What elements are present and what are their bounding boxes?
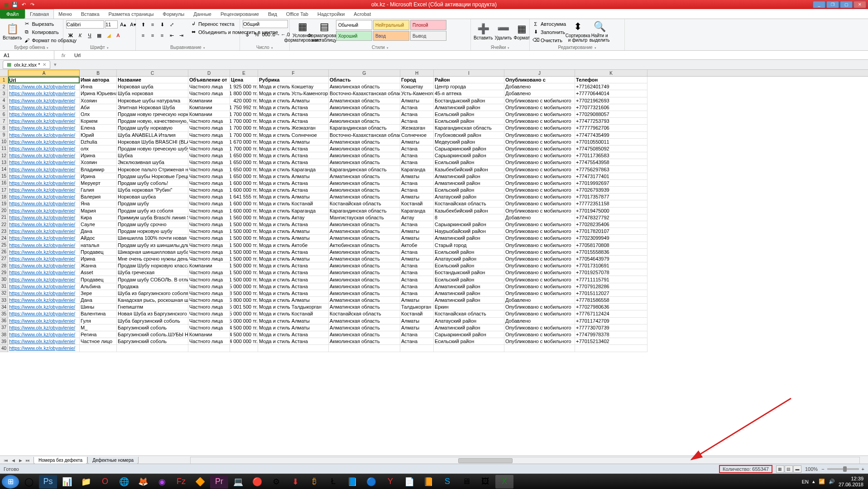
data-cell[interactable]: 1 600 000 тг. [230,180,258,187]
data-cell[interactable]: Мода и стиль Астана [258,104,329,111]
data-cell[interactable]: Акмолинская область [329,159,400,166]
data-cell[interactable]: Баргузинский соболь [117,338,188,345]
data-cell[interactable]: +77023099949 [575,235,647,242]
data-cell[interactable]: https://www.olx.kz/obyavlenie/ [8,290,80,297]
data-cell[interactable]: Частного лица [188,139,230,145]
data-cell[interactable]: Продам новую, качественную, у [117,118,188,125]
data-cell[interactable]: Опубликовано с мобильного [504,310,575,317]
data-cell[interactable]: Алматинский район [434,290,504,297]
header-cell[interactable]: Телефон [575,77,647,83]
data-cell[interactable] [329,345,400,352]
data-cell[interactable]: +77015112027 [575,290,647,297]
data-cell[interactable]: Алматы [400,228,434,235]
taskbar-app6-icon[interactable]: 📙 [419,475,437,489]
data-cell[interactable]: 1 700 000 тг. [230,132,258,139]
data-cell[interactable]: Гнепишгпм [117,304,188,310]
data-cell[interactable]: Есильский район [434,118,504,125]
data-cell[interactable]: Восточно-Казахстанская область [329,132,400,139]
taskbar-app-icon[interactable]: 📊 [58,475,76,489]
column-header[interactable]: B [80,70,117,76]
data-cell[interactable]: 15 000 000 тг. [230,283,258,290]
data-cell[interactable]: +77021962693 [575,97,647,104]
taskbar-yandex2-icon[interactable]: Y [381,475,399,489]
sheet-tab-active[interactable]: Номера без дефекта [34,457,87,464]
data-cell[interactable]: 1 650 000 тг. [230,166,258,173]
data-cell[interactable]: Частного лица [188,180,230,187]
data-cell[interactable]: Алматинский район [434,324,504,331]
data-cell[interactable]: Алматы [400,139,434,145]
data-cell[interactable]: Мода и стиль Астана [258,221,329,228]
data-cell[interactable]: Бостандыкский район [434,97,504,104]
data-cell[interactable]: +77079128286 [575,283,647,290]
taskbar-bitcoin-icon[interactable]: ₿ [305,475,323,489]
data-cell[interactable]: Мода и стиль Астана [258,331,329,338]
data-cell[interactable]: Алматинский район [434,235,504,242]
data-cell[interactable]: Продам норковую шубу [117,228,188,235]
data-cell[interactable]: 45-я аптека [434,90,504,97]
data-cell[interactable]: https://www.olx.kz/obyavlenie/ [8,97,80,104]
column-header[interactable]: J [504,70,575,76]
data-cell[interactable]: 1 650 000 тг. [230,152,258,159]
data-cell[interactable]: Частного лица [188,338,230,345]
data-cell[interactable]: Меруерт [80,180,117,187]
taskbar-litecoin-icon[interactable]: Ł [324,475,342,489]
data-cell[interactable]: Астана [400,262,434,269]
zoom-in-icon[interactable]: + [862,466,864,472]
data-cell[interactable]: Алатауский район [434,256,504,262]
header-cell[interactable]: Url [8,77,80,83]
data-cell[interactable]: Кокшетау [400,83,434,90]
data-cell[interactable]: Карагандинская область [329,125,400,131]
data-cell[interactable]: Опубликовано с мобильного [504,304,575,310]
align-center-icon[interactable]: ≡ [148,31,157,40]
data-cell[interactable]: Костанай [400,200,434,207]
data-cell[interactable]: Продам новую греческую шубу [117,145,188,152]
data-cell[interactable]: +77162401749 [575,83,647,90]
data-cell[interactable]: 1 600 000 тг. [230,200,258,207]
data-cell[interactable]: Частного лица [188,90,230,97]
data-cell[interactable]: +77019475000 [575,208,647,214]
header-cell[interactable]: Объявление от [188,77,230,83]
data-cell[interactable]: Частного лица [188,125,230,131]
data-cell[interactable]: Опубликовано с мобильного [504,262,575,269]
data-cell[interactable]: Шуба баргузинский соболь [117,318,188,324]
data-cell[interactable]: Продам шубу норкавую [117,125,188,131]
data-cell[interactable]: Костанайская область [434,200,504,207]
data-cell[interactable]: Шубка [117,152,188,159]
data-cell[interactable]: Мода и стиль Астана [258,262,329,269]
row-header[interactable]: 36 [0,318,8,324]
data-cell[interactable]: Астана [400,159,434,166]
sort-filter-button[interactable]: ⬍Сортировка и фильтр [568,20,588,44]
data-cell[interactable]: Частного лица [188,173,230,180]
taskbar-explorer-icon[interactable]: 📁 [77,475,95,489]
align-right-icon[interactable]: ≡ [158,31,167,40]
data-cell[interactable]: Юрий [80,132,117,139]
data-cell[interactable]: Опубликовано с мобильного [504,256,575,262]
data-cell[interactable]: Мода и стиль Астана [258,276,329,283]
data-cell[interactable]: Мода и стиль Алматы [258,97,329,104]
row-header[interactable]: 1 [0,77,8,83]
paste-button[interactable]: 📋Вставить [3,20,22,44]
data-cell[interactable]: Есильский район [434,111,504,118]
taskbar-chrome-icon[interactable]: 🌐 [115,475,133,489]
data-cell[interactable]: Алматы [400,97,434,104]
data-cell[interactable]: Мода и стиль Алматы [258,194,329,200]
data-cell[interactable]: https://www.olx.kz/obyavlenie/ [8,283,80,290]
data-cell[interactable]: https://www.olx.kz/obyavlenie/ [8,166,80,173]
data-cell[interactable]: https://www.olx.kz/obyavlenie/ [8,345,80,352]
data-cell[interactable]: Алматинская область [329,194,400,200]
taskbar-skype-icon[interactable]: S [438,475,456,489]
data-cell[interactable]: https://www.olx.kz/obyavlenie/ [8,310,80,317]
data-cell[interactable]: Мода и стиль Алматы [258,324,329,331]
data-cell[interactable]: Частного лица [188,235,230,242]
data-cell[interactable]: 1 600 000 тг. [230,208,258,214]
data-cell[interactable]: Частного лица [188,269,230,276]
data-cell[interactable]: 4 500 000 тг. [230,331,258,338]
data-cell[interactable]: Мода и стиль Астана [258,145,329,152]
data-cell[interactable]: Компании [188,262,230,269]
data-cell[interactable]: Шуба из баргузинского соболя [117,290,188,297]
data-cell[interactable]: Продавец [80,249,117,256]
data-cell[interactable]: Частного лица [188,132,230,139]
row-header[interactable]: 14 [0,166,8,173]
data-cell[interactable]: https://www.olx.kz/obyavlenie/ [8,152,80,159]
data-cell[interactable]: 1 500 000 тг. [230,269,258,276]
